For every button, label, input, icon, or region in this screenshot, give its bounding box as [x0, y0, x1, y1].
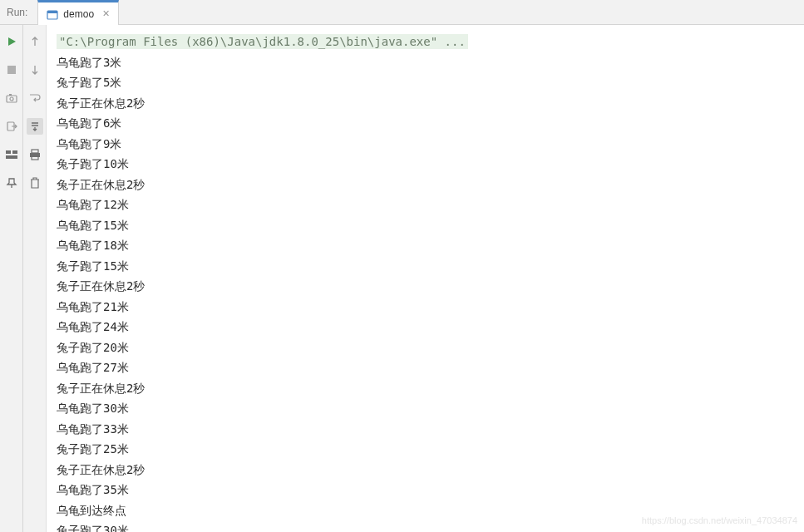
- svg-rect-8: [6, 150, 11, 154]
- output-line: 兔子正在休息2秒: [57, 460, 794, 480]
- svg-rect-11: [32, 150, 38, 153]
- app-icon: [47, 8, 58, 20]
- output-line: 兔子正在休息2秒: [57, 276, 794, 297]
- command-line: "C:\Program Files (x86)\Java\jdk1.8.0_25…: [57, 34, 468, 49]
- output-line: 乌龟跑了30米: [57, 398, 794, 419]
- camera-icon[interactable]: [3, 90, 20, 106]
- run-header: Run: demoo ✕: [0, 0, 804, 25]
- pin-icon[interactable]: [3, 175, 20, 191]
- gutter-left: [0, 25, 23, 532]
- output-line: 兔子跑了15米: [57, 256, 794, 277]
- output-line: 兔子跑了10米: [57, 154, 794, 175]
- output-line: 乌龟跑了12米: [57, 195, 794, 215]
- stop-icon[interactable]: [3, 62, 20, 78]
- tab-demoo[interactable]: demoo ✕: [37, 0, 119, 25]
- exit-icon[interactable]: [3, 118, 20, 135]
- gutter-middle: [23, 25, 47, 532]
- up-icon[interactable]: [27, 33, 43, 50]
- down-icon[interactable]: [27, 62, 43, 78]
- svg-point-5: [10, 97, 13, 101]
- print-icon[interactable]: [27, 146, 43, 163]
- run-label: Run:: [7, 7, 27, 18]
- output-line: 乌龟跑了21米: [57, 297, 794, 318]
- svg-rect-10: [6, 155, 17, 159]
- svg-rect-4: [7, 96, 17, 102]
- output-line: 乌龟跑了35米: [57, 480, 794, 500]
- output-line: 乌龟跑了24米: [57, 317, 794, 337]
- layout-icon[interactable]: [3, 146, 20, 163]
- tab-label: demoo: [63, 8, 94, 20]
- output-line: 兔子正在休息2秒: [57, 93, 794, 114]
- close-icon[interactable]: ✕: [102, 8, 110, 19]
- output-line: 兔子正在休息2秒: [57, 175, 794, 195]
- svg-marker-2: [8, 37, 16, 46]
- svg-rect-1: [47, 11, 57, 13]
- output-line: 乌龟跑了18米: [57, 235, 794, 256]
- output-line: 兔子跑了25米: [57, 439, 794, 460]
- output-line: 乌龟跑了6米: [57, 113, 794, 134]
- svg-rect-9: [12, 150, 17, 154]
- svg-rect-6: [9, 94, 12, 96]
- scroll-to-end-icon[interactable]: [27, 118, 43, 135]
- output-line: 乌龟跑了27米: [57, 357, 794, 378]
- rerun-icon[interactable]: [3, 33, 20, 50]
- soft-wrap-icon[interactable]: [27, 90, 43, 106]
- console-output[interactable]: "C:\Program Files (x86)\Java\jdk1.8.0_25…: [47, 25, 804, 532]
- output-line: 乌龟跑了33米: [57, 419, 794, 440]
- output-line: 乌龟跑了3米: [57, 52, 794, 73]
- trash-icon[interactable]: [27, 175, 43, 191]
- output-line: 乌龟跑了15米: [57, 215, 794, 236]
- svg-rect-3: [7, 66, 16, 74]
- main-panel: "C:\Program Files (x86)\Java\jdk1.8.0_25…: [0, 25, 804, 532]
- output-line: 兔子跑了5米: [57, 72, 794, 93]
- output-line: 兔子跑了20米: [57, 337, 794, 358]
- output-line: 乌龟跑了9米: [57, 134, 794, 155]
- watermark: https://blog.csdn.net/weixin_47034874: [642, 513, 797, 529]
- output-line: 兔子正在休息2秒: [57, 378, 794, 399]
